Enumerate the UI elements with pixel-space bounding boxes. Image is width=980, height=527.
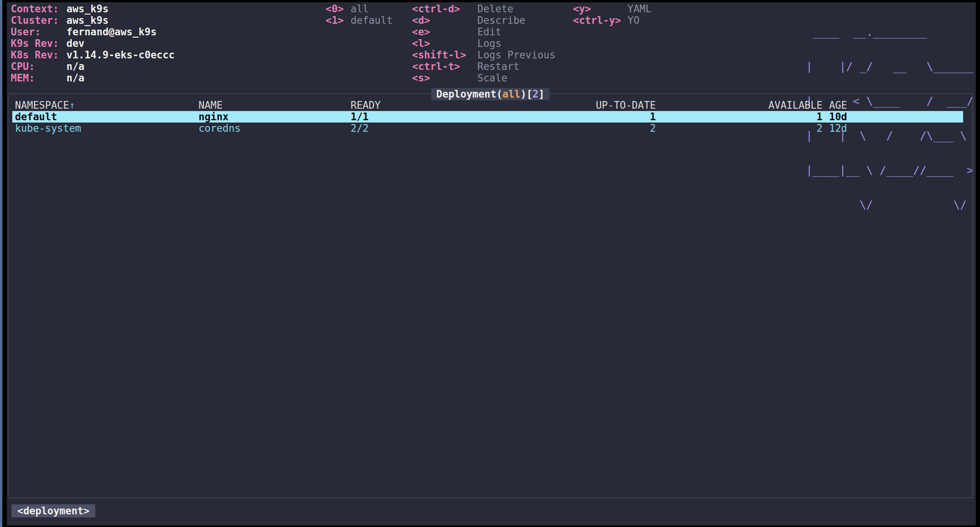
info-row-k9s-rev: K9s Rev: dev xyxy=(11,38,175,49)
header-namespace-label: NAMESPACE xyxy=(15,99,69,111)
header-ready[interactable]: READY xyxy=(351,99,381,111)
shortcut-restart: <ctrl-t> Restart xyxy=(412,61,556,72)
shortcut-yo: <ctrl-y> YO xyxy=(573,15,652,26)
cell-available: 2 xyxy=(816,123,823,134)
cell-age: 10d xyxy=(829,111,847,123)
cell-name: nginx xyxy=(199,111,228,123)
shortcut-label: default xyxy=(351,15,393,26)
shortcut-default-namespace: <1> default xyxy=(326,15,393,26)
namespace-shortcut-menu: <0> all <1> default xyxy=(326,3,393,26)
shortcut-key: <y> xyxy=(573,3,627,15)
shortcut-logs: <l> Logs xyxy=(412,38,556,49)
user-label: User: xyxy=(11,26,66,38)
user-value: fernand@aws_k9s xyxy=(66,26,157,38)
logo-line: | |/ _/ __ \______ xyxy=(806,61,974,72)
shortcut-yaml: <y> YAML xyxy=(573,3,652,15)
shortcut-key: <1> xyxy=(326,15,351,26)
header-name[interactable]: NAME xyxy=(199,99,223,111)
shortcut-key: <s> xyxy=(412,72,477,84)
shortcut-label: YO xyxy=(627,15,639,26)
header-age[interactable]: AGE xyxy=(829,99,847,111)
shortcut-label: Edit xyxy=(477,26,502,38)
shortcut-key: <shift-l> xyxy=(412,49,477,61)
info-row-cluster: Cluster: aws_k9s xyxy=(11,15,175,26)
info-row-context: Context: aws_k9s xyxy=(11,3,175,15)
shortcut-key: <ctrl-d> xyxy=(412,3,477,15)
info-row-cpu: CPU: n/a xyxy=(11,61,175,72)
cell-age: 12d xyxy=(829,123,847,134)
info-row-k8s-rev: K8s Rev: v1.14.9-eks-c0eccc xyxy=(11,49,175,61)
cell-namespace: default xyxy=(15,111,57,123)
shortcut-label: Describe xyxy=(477,15,525,26)
cell-up-to-date: 1 xyxy=(650,111,656,123)
yaml-shortcut-menu: <y> YAML <ctrl-y> YO xyxy=(573,3,652,26)
cell-name: coredns xyxy=(199,123,241,134)
cpu-label: CPU: xyxy=(11,61,66,72)
mem-label: MEM: xyxy=(11,72,66,84)
shortcut-label: all xyxy=(351,3,369,15)
action-shortcut-menu: <ctrl-d> Delete <d> Describe <e> Edit <l… xyxy=(412,3,556,84)
shortcut-label: Restart xyxy=(477,61,520,72)
shortcut-key: <ctrl-y> xyxy=(573,15,627,26)
shortcut-label: Logs xyxy=(477,38,502,49)
shortcut-key: <e> xyxy=(412,26,477,38)
cell-up-to-date: 2 xyxy=(650,123,656,134)
cell-available: 1 xyxy=(816,111,823,123)
cell-ready: 1/1 xyxy=(351,111,369,123)
shortcut-label: YAML xyxy=(627,3,652,15)
header-namespace[interactable]: NAMESPACE↑ xyxy=(15,99,75,111)
k9s-rev-label: K9s Rev: xyxy=(11,38,66,49)
sort-ascending-icon: ↑ xyxy=(69,99,75,111)
shortcut-delete: <ctrl-d> Delete xyxy=(412,3,556,15)
cluster-value: aws_k9s xyxy=(66,15,109,26)
shortcut-key: <0> xyxy=(326,3,351,15)
context-value: aws_k9s xyxy=(66,3,109,15)
deployments-panel: Deployment(all)[2] NAMESPACE↑ NAME READY… xyxy=(8,93,973,498)
cluster-info: Context: aws_k9s Cluster: aws_k9s User: … xyxy=(11,3,175,84)
shortcut-describe: <d> Describe xyxy=(412,15,556,26)
shortcut-edit: <e> Edit xyxy=(412,26,556,38)
table-row-nginx[interactable]: default nginx 1/1 1 1 10d xyxy=(8,111,972,123)
shortcut-label: Scale xyxy=(477,72,507,84)
info-row-mem: MEM: n/a xyxy=(11,72,175,84)
context-label: Context: xyxy=(11,3,66,15)
shortcut-all-namespaces: <0> all xyxy=(326,3,393,15)
shortcut-scale: <s> Scale xyxy=(412,72,556,84)
window-edge-accent xyxy=(0,0,2,527)
table-row-coredns[interactable]: kube-system coredns 2/2 2 2 12d xyxy=(8,123,972,134)
header-available[interactable]: AVAILABLE xyxy=(768,99,823,111)
breadcrumb-deployment: <deployment> xyxy=(12,504,95,517)
shortcut-label: Delete xyxy=(477,3,513,15)
k8s-rev-label: K8s Rev: xyxy=(11,49,66,61)
table-header-row: NAMESPACE↑ NAME READY UP-TO-DATE AVAILAB… xyxy=(8,99,972,111)
shortcut-label: Logs Previous xyxy=(477,49,556,61)
shortcut-key: <d> xyxy=(412,15,477,26)
header-up-to-date[interactable]: UP-TO-DATE xyxy=(596,99,656,111)
logo-line: ____ __.________ xyxy=(806,26,974,38)
cluster-label: Cluster: xyxy=(11,15,66,26)
shortcut-key: <ctrl-t> xyxy=(412,61,477,72)
k9s-terminal: Context: aws_k9s Cluster: aws_k9s User: … xyxy=(7,2,976,525)
deployments-table: NAMESPACE↑ NAME READY UP-TO-DATE AVAILAB… xyxy=(8,94,972,134)
k8s-rev-value: v1.14.9-eks-c0eccc xyxy=(66,49,175,61)
shortcut-logs-previous: <shift-l> Logs Previous xyxy=(412,49,556,61)
k9s-rev-value: dev xyxy=(66,38,84,49)
mem-value: n/a xyxy=(66,72,84,84)
shortcut-key: <l> xyxy=(412,38,477,49)
info-row-user: User: fernand@aws_k9s xyxy=(11,26,175,38)
cpu-value: n/a xyxy=(66,61,84,72)
cell-ready: 2/2 xyxy=(351,123,369,134)
cell-namespace: kube-system xyxy=(15,123,81,134)
